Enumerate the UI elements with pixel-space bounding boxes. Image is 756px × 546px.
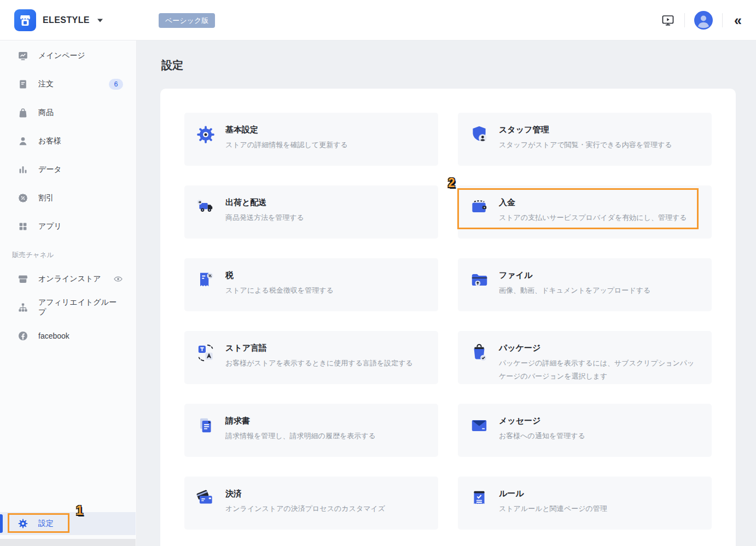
grid-icon — [18, 221, 28, 232]
content-area: 設定 基本設定ストアの詳細情報を確認して更新するスタッフ管理スタッフがストアで閲… — [137, 40, 756, 546]
elestyle-logo-icon — [14, 9, 36, 31]
card-title: ルール — [499, 488, 607, 499]
active-indicator-bar — [0, 514, 3, 533]
card-title: 入金 — [499, 197, 687, 208]
settings-card-checkout[interactable]: 決済オンラインストアの決済プロセスのカスタマイズ — [184, 477, 438, 530]
card-text: 税ストアによる税金徴収を管理する — [225, 270, 334, 297]
sidebar-item-customers[interactable]: お客様 — [0, 127, 136, 155]
sidebar-item-main-page[interactable]: メインページ — [0, 42, 136, 70]
card-text: ファイル画像、動画、ドキュメントをアップロードする — [499, 270, 650, 297]
settings-card-shipping[interactable]: 出荷と配送商品発送方法を管理する — [184, 185, 438, 239]
card-description: パッケージの詳細を表示するには、サブスクリプションパッケージのバージョンを選択し… — [499, 357, 701, 383]
sidebar-item-label: メインページ — [38, 51, 85, 61]
card-description: スタッフがストアで閲覧・実行できる内容を管理する — [499, 138, 672, 152]
card-text: 入金ストアの支払いサービスプロバイダを有効にし、管理する — [499, 197, 687, 224]
sidebar-item-apps[interactable]: アプリ — [0, 212, 136, 241]
settings-card-package[interactable]: パッケージパッケージの詳細を表示するには、サブスクリプションパッケージのバージョ… — [458, 331, 712, 384]
card-title: メッセージ — [499, 415, 585, 426]
sidebar: メインページ注文6商品お客様データ割引アプリ 販売チャネル オンラインストアアフ… — [0, 40, 137, 546]
settings-card-staff-management[interactable]: スタッフ管理スタッフがストアで閲覧・実行できる内容を管理する — [458, 113, 712, 166]
card-title: ストア言語 — [225, 342, 413, 353]
card-text: メッセージお客様への通知を管理する — [499, 415, 585, 443]
sidebar-item-label: 設定 — [38, 519, 54, 528]
card-text: 請求書請求情報を管理し、請求明細の履歴を表示する — [225, 415, 376, 443]
card-title: パッケージ — [499, 342, 701, 353]
card-description: 画像、動画、ドキュメントをアップロードする — [499, 284, 650, 297]
chevron-down-icon — [97, 19, 103, 22]
sidebar-item-discounts[interactable]: 割引 — [0, 184, 136, 212]
document-icon — [18, 79, 28, 90]
facebook-icon — [18, 330, 28, 341]
bag-check-icon — [469, 342, 490, 363]
sidebar-item-label: 商品 — [38, 108, 54, 118]
sidebar-item-facebook[interactable]: facebook — [0, 322, 136, 350]
card-text: パッケージパッケージの詳細を表示するには、サブスクリプションパッケージのバージョ… — [499, 342, 701, 383]
gear-blue-icon — [195, 124, 216, 145]
settings-card-tax[interactable]: 税ストアによる税金徴収を管理する — [184, 258, 438, 311]
settings-card-invoice[interactable]: 請求書請求情報を管理し、請求明細の履歴を表示する — [184, 404, 438, 457]
sidebar-item-orders[interactable]: 注文6 — [0, 70, 136, 98]
eye-icon[interactable] — [113, 274, 123, 284]
store-switcher[interactable]: ELESTYLE — [14, 9, 103, 31]
sidebar-item-label: 割引 — [38, 193, 54, 203]
sidebar-item-label: オンラインストア — [38, 274, 101, 284]
header-divider — [722, 13, 723, 27]
card-description: ストアによる税金徴収を管理する — [225, 284, 334, 297]
storefront-icon — [18, 274, 28, 284]
settings-panel: 基本設定ストアの詳細情報を確認して更新するスタッフ管理スタッフがストアで閲覧・実… — [160, 89, 736, 546]
orders-count-badge: 6 — [109, 79, 123, 90]
sidebar-bottom-strip — [0, 539, 136, 546]
settings-cards-grid: 基本設定ストアの詳細情報を確認して更新するスタッフ管理スタッフがストアで閲覧・実… — [184, 113, 712, 530]
card-description: 商品発送方法を管理する — [225, 211, 304, 224]
collapse-sidebar-icon[interactable]: « — [732, 14, 744, 27]
card-description: 請求情報を管理し、請求明細の履歴を表示する — [225, 429, 376, 443]
folder-upload-icon — [469, 270, 490, 291]
receipt-percent-icon — [195, 270, 216, 291]
notebook-check-icon — [469, 488, 490, 509]
sidebar-item-products[interactable]: 商品 — [0, 98, 136, 127]
tutorial-video-icon[interactable] — [661, 14, 675, 27]
card-title: 請求書 — [225, 415, 376, 426]
gear-icon — [18, 518, 28, 529]
sidebar-item-label: お客様 — [38, 136, 61, 146]
bag-icon — [18, 107, 28, 118]
settings-card-basic-settings[interactable]: 基本設定ストアの詳細情報を確認して更新する — [184, 113, 438, 166]
card-text: ストア言語お客様がストアを表示するときに使用する言語を設定する — [225, 342, 413, 370]
card-text: ルールストアルールと関連ページの管理 — [499, 488, 607, 515]
sidebar-item-data[interactable]: データ — [0, 155, 136, 184]
card-title: スタッフ管理 — [499, 124, 672, 135]
card-text: スタッフ管理スタッフがストアで閲覧・実行できる内容を管理する — [499, 124, 672, 152]
user-avatar[interactable] — [694, 11, 713, 30]
card-title: 決済 — [225, 488, 385, 499]
card-text: 決済オンラインストアの決済プロセスのカスタマイズ — [225, 488, 385, 515]
settings-card-messages[interactable]: メッセージお客様への通知を管理する — [458, 404, 712, 457]
wallet-icon — [469, 197, 490, 218]
sales-channel-section-label: 販売チャネル — [0, 251, 136, 262]
sidebar-item-label: facebook — [38, 332, 69, 340]
sidebar-item-settings[interactable]: 設定 — [0, 512, 136, 535]
sidebar-nav-channels: オンラインストアアフィリエイトグループfacebook — [0, 265, 136, 350]
card-description: お客様がストアを表示するときに使用する言語を設定する — [225, 357, 413, 370]
settings-card-rules[interactable]: ルールストアルールと関連ページの管理 — [458, 477, 712, 530]
card-description: ストアの支払いサービスプロバイダを有効にし、管理する — [499, 211, 687, 224]
sidebar-item-label: 注文 — [38, 79, 54, 89]
settings-card-store-language[interactable]: ストア言語お客様がストアを表示するときに使用する言語を設定する — [184, 331, 438, 384]
card-description: オンラインストアの決済プロセスのカスタマイズ — [225, 502, 385, 515]
card-text: 基本設定ストアの詳細情報を確認して更新する — [225, 124, 348, 152]
settings-card-payments[interactable]: 入金ストアの支払いサービスプロバイダを有効にし、管理する — [458, 185, 712, 239]
header-actions: « — [661, 0, 744, 40]
card-title: 出荷と配送 — [225, 197, 304, 208]
sidebar-nav-main: メインページ注文6商品お客様データ割引アプリ — [0, 40, 136, 241]
sitemap-icon — [18, 302, 28, 313]
settings-card-files[interactable]: ファイル画像、動画、ドキュメントをアップロードする — [458, 258, 712, 311]
card-description: お客様への通知を管理する — [499, 429, 585, 443]
person-icon — [18, 136, 28, 147]
sidebar-item-affiliate-group[interactable]: アフィリエイトグループ — [0, 293, 136, 322]
bar-chart-icon — [18, 164, 28, 175]
sidebar-item-label: アフィリエイトグループ — [38, 298, 123, 317]
card-title: 税 — [225, 270, 334, 281]
truck-icon — [195, 197, 216, 218]
sidebar-item-online-store[interactable]: オンラインストア — [0, 265, 136, 293]
page-title: 設定 — [161, 58, 183, 73]
invoice-icon — [195, 415, 216, 436]
